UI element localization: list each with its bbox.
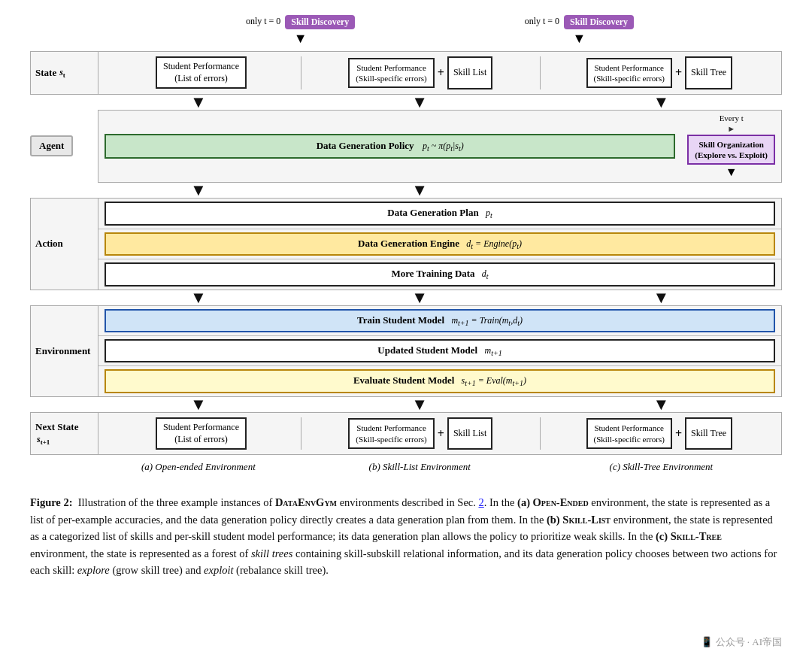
skill-trees-italic: skill trees <box>251 547 292 559</box>
part-c-label: (c) Skill-Tree <box>656 530 722 542</box>
next-state-label: Next State <box>35 421 78 432</box>
state-label-cell: State st <box>30 51 98 95</box>
next-state-box-a-l1: Student Performance <box>163 422 239 432</box>
next-state-sub: st+1 <box>37 434 50 444</box>
next-state-box-c2: Skill Tree <box>685 417 732 450</box>
state-col-c: Student Performance (Skill-specific erro… <box>544 56 775 89</box>
arrow-c3-down: ▼ <box>653 290 670 306</box>
arrow-c4-down: ▼ <box>653 396 670 413</box>
data-gen-policy-label: Data Generation Policy <box>317 140 414 151</box>
state-box-a-line2: (List of errors) <box>174 73 228 83</box>
next-state-box-b2-text: Skill List <box>453 428 486 438</box>
environment-content: Train Student Model mt+1 = Train(mt,dt) … <box>98 305 782 397</box>
agent-spacer: Agent <box>30 110 98 183</box>
sub-captions: (a) Open-ended Environment (b) Skill-Lis… <box>98 461 782 473</box>
updated-model-math: mt+1 <box>484 345 501 356</box>
env-sub-row1: Train Student Model mt+1 = Train(mt,dt) <box>98 306 781 336</box>
exploit-italic: exploit <box>204 564 233 576</box>
figure-caption: Figure 2: Illustration of the three exam… <box>30 487 782 586</box>
next-state-col-a: Student Performance (List of errors) <box>105 417 298 450</box>
state-col-b: Student Performance (Skill-specific erro… <box>304 56 536 89</box>
train-model-label: Train Student Model <box>357 314 444 326</box>
next-state-box-b1-l2: (Skill-specific errors) <box>356 435 426 444</box>
arrows-state-to-policy: ▼ ▼ ▼ <box>98 95 782 110</box>
next-state-content: Student Performance (List of errors) Stu… <box>98 412 782 456</box>
state-box-b2: Skill List <box>447 56 492 89</box>
only-t0-label-c: only t = 0 <box>525 16 559 27</box>
arrows-env-to-next-state: ▼ ▼ ▼ <box>98 397 782 412</box>
eval-model-box: Evaluate Student Model st+1 = Eval(mt+1) <box>105 369 775 393</box>
eval-model-label: Evaluate Student Model <box>353 374 454 386</box>
sub-caption-b: (b) Skill-List Environment <box>299 461 541 473</box>
top-label-b: only t = 0 Skill Discovery ▼ <box>225 15 377 45</box>
policy-math: pt ~ π(pt|st) <box>423 141 464 151</box>
arrow-b-down: ▼ <box>411 94 428 111</box>
state-col-a: Student Performance (List of errors) <box>105 56 298 89</box>
diagram-outer: only t = 0 Skill Discovery ▼ only t = 0 … <box>30 15 782 473</box>
action-label-cell: Action <box>30 198 98 290</box>
next-state-box-c1-l2: (Skill-specific errors) <box>594 435 665 444</box>
agent-box: Agent <box>30 135 73 156</box>
arrow-b3-down: ▼ <box>411 290 428 306</box>
env-sub-row2: Updated Student Model mt+1 <box>98 336 781 366</box>
state-content: Student Performance (List of errors) Stu… <box>98 51 782 95</box>
arrow-every-t: ► <box>727 124 735 133</box>
next-state-box-b1-l1: Student Performance <box>356 423 426 432</box>
skill-discovery-badge-c: Skill Discovery <box>564 15 634 29</box>
state-box-c1-l2: (Skill-specific errors) <box>594 74 665 83</box>
next-state-box-c1: Student Performance (Skill-specific erro… <box>586 418 672 449</box>
state-box-b2-text: Skill List <box>453 67 486 77</box>
next-state-box-b1: Student Performance (Skill-specific erro… <box>348 418 434 449</box>
environment-label-cell: Environment <box>30 305 98 397</box>
action-row: Action Data Generation Plan pt Data Gene… <box>30 198 782 290</box>
action-label: Action <box>35 238 63 250</box>
arrows-action-to-env: ▼ ▼ ▼ <box>98 290 782 305</box>
next-state-col-c: Student Performance (Skill-specific erro… <box>544 417 775 450</box>
arrow-b4-down: ▼ <box>411 396 428 413</box>
updated-model-box: Updated Student Model mt+1 <box>105 339 775 362</box>
arrow-b2-down: ▼ <box>411 182 428 199</box>
state-box-a-line1: Student Performance <box>163 61 239 71</box>
state-box-c2: Skill Tree <box>685 56 732 89</box>
skill-org-l1: Skill Organization <box>698 140 764 149</box>
data-gen-policy-box: Data Generation Policy pt ~ π(pt|st) <box>105 134 675 159</box>
train-model-math: mt+1 = Train(mt,dt) <box>451 315 523 326</box>
state-box-c2-text: Skill Tree <box>691 67 726 77</box>
arrow-a4-down: ▼ <box>190 396 207 413</box>
arrow-a-down: ▼ <box>190 94 207 111</box>
env-sub-row3: Evaluate Student Model st+1 = Eval(mt+1) <box>98 366 781 396</box>
next-state-row: Next State st+1 Student Performance (Lis… <box>30 412 782 456</box>
dataenvgym-label: DataEnvGym <box>275 496 337 508</box>
every-t-label: Every t <box>720 114 744 123</box>
state-box-c1: Student Performance (Skill-specific erro… <box>586 58 672 89</box>
environment-row: Environment Train Student Model mt+1 = T… <box>30 305 782 397</box>
action-sub-row1: Data Generation Plan pt <box>98 199 781 229</box>
state-box-a: Student Performance (List of errors) <box>156 56 247 89</box>
action-content: Data Generation Plan pt Data Generation … <box>98 198 782 290</box>
state-box-b1-l2: (Skill-specific errors) <box>356 74 426 83</box>
data-gen-engine-box: Data Generation Engine dt = Engine(pt) <box>105 232 775 256</box>
next-state-box-c2-text: Skill Tree <box>691 428 726 438</box>
state-row: State st Student Performance (List of er… <box>30 51 782 95</box>
skill-org-l2: (Explore vs. Exploit) <box>695 150 768 159</box>
next-plus-b: + <box>438 427 444 441</box>
watermark-icon: 📱 <box>701 636 713 647</box>
more-training-math: dt <box>482 268 489 279</box>
state-box-b1-l1: Student Performance <box>356 63 426 72</box>
next-plus-c: + <box>675 427 682 441</box>
arrow-c-down: ▼ <box>653 94 670 111</box>
policy-row-container: Agent Data Generation Policy pt ~ π(pt|s… <box>30 110 782 183</box>
skill-org-container: Every t ► Skill Organization (Explore vs… <box>687 114 775 180</box>
skill-discovery-badge-b: Skill Discovery <box>285 15 355 29</box>
more-training-label: More Training Data <box>391 268 474 279</box>
part-b-label: (b) Skill-List <box>547 514 611 526</box>
next-state-col-b: Student Performance (Skill-specific erro… <box>304 417 536 450</box>
state-box-c1-l1: Student Performance <box>594 63 664 72</box>
more-training-box: More Training Data dt <box>105 262 775 286</box>
data-gen-plan-math: pt <box>486 208 492 218</box>
state-box-b1: Student Performance (Skill-specific erro… <box>348 58 434 89</box>
figure-label: Figure 2: <box>30 496 73 508</box>
skill-org-box: Skill Organization (Explore vs. Exploit) <box>687 135 775 165</box>
next-state-box-a: Student Performance (List of errors) <box>156 417 247 450</box>
next-state-label-cell: Next State st+1 <box>30 412 98 456</box>
